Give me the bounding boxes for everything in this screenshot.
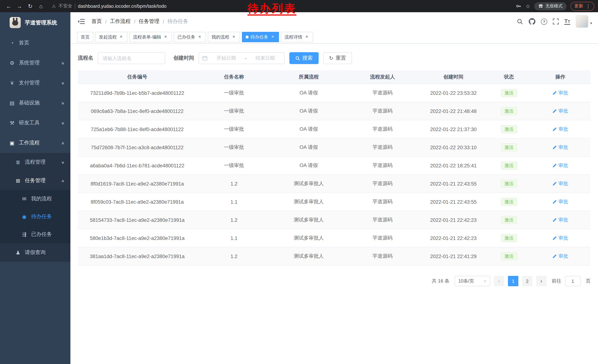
cell-action: 审批 (530, 84, 590, 102)
table-header-row: 任务编号任务名称所属流程流程发起人创建时间状态操作 (78, 70, 590, 84)
tab-1[interactable]: 发起流程× (95, 32, 127, 42)
approve-link[interactable]: 审批 (553, 198, 568, 205)
tab-label: 首页 (81, 34, 90, 40)
tab-5[interactable]: 待办任务× (242, 32, 279, 42)
tab-label: 待办任务 (250, 34, 268, 40)
sidebar-collapse-button[interactable] (76, 18, 86, 24)
tab-3[interactable]: 已办任务× (174, 32, 206, 42)
font-size-icon[interactable]: TT (564, 18, 570, 25)
approve-link[interactable]: 审批 (553, 235, 568, 242)
approve-label: 审批 (558, 198, 568, 205)
cell-action: 审批 (530, 156, 590, 175)
address-bar[interactable]: ⚠ 不安全 dashboard.yudao.iocoder.cn/bpm/tas… (52, 3, 166, 9)
forward-icon[interactable]: → (15, 1, 25, 11)
cell-create-time: 2022-01-21 22:42:23 (419, 229, 488, 247)
process-name-input[interactable] (98, 52, 165, 64)
sidebar-item-7[interactable]: ⊞任务管理∧ (0, 171, 70, 190)
sidebar-logo-row[interactable]: 芋道管理系统 (0, 12, 70, 33)
update-button[interactable]: 更新 ⋮ (571, 2, 594, 11)
cell-task-name: 一级审批 (197, 102, 271, 120)
table-row: 381aa1dd-7ac8-11ec-a9e2-a2380e71991a1.2测… (78, 247, 590, 265)
sidebar-item-5[interactable]: ▣工作流程∧ (0, 133, 70, 153)
reload-icon[interactable]: ↻ (25, 1, 35, 11)
refresh-icon: ↻ (329, 56, 333, 61)
tab-2[interactable]: 流程表单-编辑× (129, 32, 172, 42)
sidebar-item-0[interactable]: ◔首页 (0, 33, 70, 53)
cell-starter: 芋道源码 (346, 247, 419, 265)
tab-0[interactable]: 首页 (77, 32, 93, 42)
approve-link[interactable]: 审批 (553, 180, 568, 187)
sidebar-menu: ◔首页⚙系统管理∨¥支付管理∨▤基础设施∨⚒研发工具∨▣工作流程∧≣流程管理∨⊞… (0, 33, 70, 262)
close-icon[interactable]: × (197, 34, 202, 40)
breadcrumb-item-1[interactable]: 工作流程 (110, 18, 131, 25)
cell-create-time: 2022-01-22 21:37:30 (419, 120, 488, 138)
breadcrumb-item-0[interactable]: 首页 (91, 18, 102, 25)
close-icon[interactable]: × (270, 34, 275, 40)
date-range-picker[interactable]: 开始日期 - 结束日期 (199, 52, 284, 64)
approve-link[interactable]: 审批 (553, 144, 568, 151)
filter-form: 流程名 创建时间 开始日期 - 结束日期 (78, 49, 590, 67)
sidebar-item-8[interactable]: ✉我的流程 (0, 190, 70, 208)
sidebar-item-1[interactable]: ⚙系统管理∨ (0, 53, 70, 73)
cell-process: 测试多审批人 (271, 211, 346, 229)
close-icon[interactable]: × (304, 34, 309, 40)
start-date-placeholder: 开始日期 (210, 55, 242, 61)
sidebar-item-label: 工作流程 (19, 140, 40, 146)
page-size-select[interactable]: 10条/页 ∨ (455, 276, 490, 286)
prev-page-button[interactable]: ‹ (494, 276, 504, 286)
sidebar-item-2[interactable]: ¥支付管理∨ (0, 73, 70, 93)
close-icon[interactable]: × (231, 34, 236, 40)
avatar[interactable] (576, 15, 588, 28)
sidebar-item-3[interactable]: ▤基础设施∨ (0, 93, 70, 113)
process-name-label: 流程名 (78, 55, 93, 61)
sidebar-item-9[interactable]: ◉待办任务 (0, 208, 70, 226)
page-button-1[interactable]: 1 (508, 276, 518, 286)
sidebar-item-10[interactable]: ⇶已办任务 (0, 226, 70, 243)
cell-action: 审批 (530, 102, 590, 120)
approve-link[interactable]: 审批 (553, 126, 568, 133)
column-header-2: 所属流程 (271, 70, 346, 84)
cell-starter: 芋道源码 (346, 102, 419, 120)
next-page-button[interactable]: › (536, 276, 547, 286)
screen: ← → ↻ ⌂ ⚠ 不安全 dashboard.yudao.iocoder.cn… (0, 0, 598, 364)
create-time-label: 创建时间 (173, 55, 194, 61)
cell-create-time: 2022-01-21 22:43:55 (419, 193, 488, 211)
approve-link[interactable]: 审批 (553, 253, 568, 259)
tab-4[interactable]: 我的流程× (208, 32, 240, 42)
approve-link[interactable]: 审批 (553, 90, 568, 96)
key-icon[interactable] (516, 3, 522, 9)
back-icon[interactable]: ← (4, 1, 14, 11)
fullscreen-icon[interactable] (553, 18, 559, 24)
tab-6[interactable]: 流程详情× (281, 32, 313, 42)
approve-link[interactable]: 审批 (553, 162, 568, 169)
logo-image (10, 17, 21, 28)
approve-label: 审批 (558, 253, 568, 259)
search-button[interactable]: 搜索 (289, 52, 319, 64)
done-icon: ⇶ (21, 231, 27, 237)
column-header-4: 创建时间 (419, 70, 488, 84)
sidebar-item-label: 流程管理 (25, 159, 46, 166)
bookmark-star-icon[interactable]: ☆ (526, 3, 530, 9)
user-menu[interactable]: ▾ (576, 15, 592, 28)
help-icon[interactable]: ? (541, 18, 547, 25)
breadcrumb-item-2[interactable]: 任务管理 (139, 18, 159, 25)
tools-icon: ⚒ (9, 120, 15, 126)
close-icon[interactable]: × (119, 34, 124, 40)
close-icon[interactable]: × (163, 34, 168, 40)
sidebar-item-11[interactable]: ♟请假查询 (0, 243, 70, 262)
approve-link[interactable]: 审批 (553, 217, 568, 223)
github-icon[interactable] (529, 18, 535, 25)
page-button-2[interactable]: 2 (522, 276, 532, 286)
goto-page-input[interactable] (565, 276, 581, 286)
cell-task-name: 1.1 (197, 193, 271, 211)
reset-button[interactable]: ↻ 重置 (323, 52, 352, 64)
top-navbar: 首页/工作流程/任务管理/待办任务 ? (70, 12, 598, 31)
home-icon[interactable]: ⌂ (36, 1, 46, 11)
sidebar-item-4[interactable]: ⚒研发工具∨ (0, 113, 70, 133)
cell-create-time: 2022-01-22 20:33:10 (419, 138, 488, 156)
cell-status: 激活 (488, 84, 530, 102)
search-icon[interactable] (517, 18, 523, 25)
menu-dots-icon[interactable]: ⋮ (586, 3, 590, 9)
sidebar-item-6[interactable]: ≣流程管理∨ (0, 153, 70, 171)
approve-link[interactable]: 审批 (553, 108, 568, 114)
